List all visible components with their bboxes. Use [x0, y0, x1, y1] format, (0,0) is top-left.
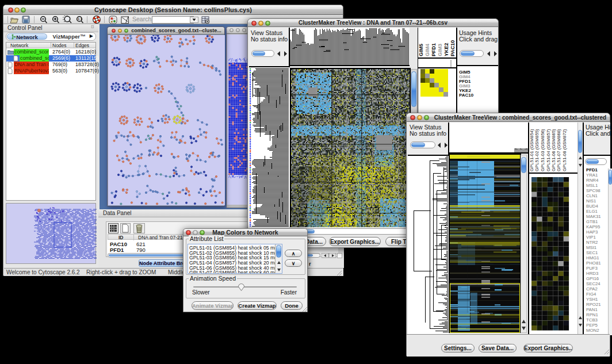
- svg-text:YKE2: YKE2: [443, 43, 449, 56]
- svg-text:GPL51-06 (GSM865): GPL51-06 (GSM865): [551, 129, 556, 171]
- svg-text:GIM5: GIM5: [418, 44, 424, 56]
- svg-text:GPL51-01 (GSM854): GPL51-01 (GSM854): [529, 129, 534, 171]
- svg-text:GPL51-02 (GSM855): GPL51-02 (GSM855): [534, 129, 540, 171]
- svg-text:GPL51-04 (GSM857): GPL51-04 (GSM857): [546, 129, 551, 171]
- svg-text:PFD1: PFD1: [431, 43, 437, 56]
- svg-text:PAC10: PAC10: [450, 40, 456, 56]
- svg-text:GPL51-03 (GSM856): GPL51-03 (GSM856): [540, 129, 545, 171]
- svg-text:Search:: Search:: [132, 16, 153, 22]
- svg-text:GIM3: GIM3: [437, 44, 443, 56]
- svg-text:GIM4: GIM4: [424, 44, 430, 56]
- svg-text:GPL51-08 (GSM872): GPL51-08 (GSM872): [562, 129, 567, 171]
- svg-text:1:1: 1:1: [78, 17, 82, 21]
- svg-text:GPL51-07 (GSM868): GPL51-07 (GSM868): [556, 129, 561, 171]
